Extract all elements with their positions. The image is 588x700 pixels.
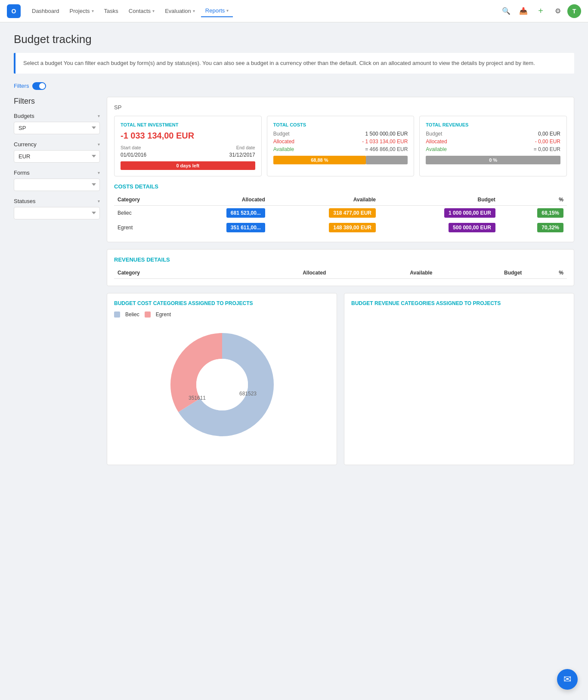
cell-budget: 1 000 000,00 EUR — [379, 205, 499, 220]
nav-logo[interactable]: O — [7, 4, 21, 18]
budget-section: SP TOTAL NET INVESTMENT -1 033 134,00 EU… — [107, 97, 574, 242]
revenues-allocated-row: Allocated - 0,00 EUR — [426, 139, 560, 145]
card-date-values: 01/01/2016 31/12/2017 — [121, 152, 255, 158]
filter-currency-label[interactable]: Currency ▾ — [14, 141, 100, 148]
chevron-down-icon: ▾ — [92, 9, 94, 13]
card-total-net-investment: TOTAL NET INVESTMENT -1 033 134,00 EUR S… — [114, 116, 262, 176]
cell-allocated[interactable]: 681 523,00... — [174, 205, 269, 220]
cell-available: 148 389,00 EUR — [269, 220, 379, 235]
table-row[interactable]: Egrent 351 611,00... 148 389,00 EUR 500 … — [114, 220, 567, 235]
filters-toggle: Filters — [14, 82, 574, 90]
col-allocated: Allocated — [174, 194, 269, 206]
revenues-progress: 0 % — [426, 156, 560, 164]
rev-col-category: Category — [114, 267, 220, 279]
col-available: Available — [269, 194, 379, 206]
nav-item-contacts[interactable]: Contacts ▾ — [124, 5, 159, 17]
chevron-down-icon: ▾ — [98, 170, 100, 175]
revenues-table: Category Allocated Available Budget % — [114, 267, 567, 279]
summary-cards: TOTAL NET INVESTMENT -1 033 134,00 EUR S… — [114, 116, 567, 176]
budget-section-label: SP — [114, 104, 567, 111]
filters-toggle-switch[interactable] — [32, 82, 46, 90]
cell-budget: 500 000,00 EUR — [379, 220, 499, 235]
inbox-button[interactable]: 📥 — [516, 3, 531, 19]
chart-legend: Beliec Egrent — [114, 311, 330, 318]
cell-category: Egrent — [114, 220, 174, 235]
col-budget: Budget — [379, 194, 499, 206]
revenues-available-row: Available = 0,00 EUR — [426, 146, 560, 152]
card-dates: Start date End date — [121, 145, 255, 150]
col-category: Category — [114, 194, 174, 206]
cell-category: Beliec — [114, 205, 174, 220]
costs-details-title: COSTS DETAILS — [114, 183, 567, 190]
donut-label-egrent: 351611 — [188, 395, 205, 401]
costs-chart-title: BUDGET COST CATEGORIES ASSIGNED TO PROJE… — [114, 300, 330, 306]
card-costs-title: TOTAL COSTS — [273, 122, 408, 127]
costs-available-row: Available = 466 866,00 EUR — [273, 146, 408, 152]
filters-toggle-label[interactable]: Filters — [14, 83, 29, 89]
sidebar-title: Filters — [14, 97, 100, 106]
nav-item-tasks[interactable]: Tasks — [100, 5, 123, 17]
forms-select[interactable] — [14, 179, 100, 191]
card-net-investment-amount: -1 033 134,00 EUR — [121, 131, 255, 141]
filter-statuses: Statuses ▾ — [14, 198, 100, 219]
card-total-revenues: TOTAL REVENUES Budget 0,00 EUR Allocated… — [419, 116, 567, 176]
revenues-title: REVENUES DETAILS — [114, 256, 567, 263]
page-title: Budget tracking — [14, 33, 574, 46]
rev-col-allocated: Allocated — [220, 267, 329, 279]
revenues-budget-row: Budget 0,00 EUR — [426, 131, 560, 137]
costs-allocated-row: Allocated - 1 033 134,00 EUR — [273, 139, 408, 145]
nav-item-evaluation[interactable]: Evaluation ▾ — [161, 5, 199, 17]
settings-button[interactable]: ⚙ — [550, 3, 566, 19]
nav-item-dashboard[interactable]: Dashboard — [28, 5, 64, 17]
add-button[interactable]: + — [533, 3, 548, 19]
statuses-select[interactable] — [14, 207, 100, 219]
cell-allocated[interactable]: 351 611,00... — [174, 220, 269, 235]
filter-forms: Forms ▾ — [14, 170, 100, 191]
nav-item-projects[interactable]: Projects ▾ — [65, 5, 98, 17]
budgets-select[interactable]: SP — [14, 122, 100, 134]
revenues-section: REVENUES DETAILS Category Allocated Avai… — [107, 249, 574, 286]
costs-progress: 68,88 % — [273, 156, 408, 164]
costs-details: COSTS DETAILS Category Allocated Availab… — [114, 183, 567, 235]
chevron-down-icon: ▾ — [98, 142, 100, 147]
card-total-costs: TOTAL COSTS Budget 1 500 000,00 EUR Allo… — [267, 116, 415, 176]
charts-row: BUDGET COST CATEGORIES ASSIGNED TO PROJE… — [107, 293, 574, 465]
navbar: O Dashboard Projects ▾ Tasks Contacts ▾ … — [0, 0, 588, 22]
legend-egrent-dot — [145, 311, 151, 318]
revenues-chart-title: BUDGET REVENUE CATEGORIES ASSIGNED TO PR… — [351, 300, 567, 306]
chevron-down-icon: ▾ — [98, 114, 100, 118]
card-revenues-title: TOTAL REVENUES — [426, 122, 560, 127]
revenues-progress-fill: 0 % — [426, 156, 560, 164]
filter-budgets: Budgets ▾ SP — [14, 113, 100, 134]
legend-beliec-dot — [114, 311, 120, 318]
avatar[interactable]: T — [567, 4, 581, 18]
chevron-down-icon: ▾ — [226, 8, 229, 13]
costs-progress-remaining — [366, 156, 408, 164]
cell-available: 318 477,00 EUR — [269, 205, 379, 220]
nav-item-reports[interactable]: Reports ▾ — [201, 5, 233, 17]
rev-col-available: Available — [329, 267, 436, 279]
legend-beliec-label: Beliec — [125, 311, 139, 318]
costs-budget-row: Budget 1 500 000,00 EUR — [273, 131, 408, 137]
filter-forms-label[interactable]: Forms ▾ — [14, 170, 100, 176]
info-box: Select a budget You can filter each budg… — [14, 53, 574, 74]
content-layout: Filters Budgets ▾ SP Currency ▾ EUR USD — [14, 97, 574, 465]
col-percent: % — [499, 194, 567, 206]
chevron-down-icon: ▾ — [193, 9, 195, 13]
table-row[interactable]: Beliec 681 523,00... 318 477,00 EUR 1 00… — [114, 205, 567, 220]
legend-egrent-label: Egrent — [156, 311, 171, 318]
chevron-down-icon: ▾ — [98, 199, 100, 204]
revenues-chart-card: BUDGET REVENUE CATEGORIES ASSIGNED TO PR… — [344, 293, 574, 465]
sidebar: Filters Budgets ▾ SP Currency ▾ EUR USD — [14, 97, 100, 465]
card-net-investment-title: TOTAL NET INVESTMENT — [121, 122, 255, 127]
filter-budgets-label[interactable]: Budgets ▾ — [14, 113, 100, 119]
filter-statuses-label[interactable]: Statuses ▾ — [14, 198, 100, 204]
main-content: Budget tracking Select a budget You can … — [0, 22, 588, 475]
net-investment-progress-fill: 0 days left — [121, 161, 255, 170]
search-button[interactable]: 🔍 — [498, 3, 514, 19]
currency-select[interactable]: EUR USD GBP — [14, 150, 100, 163]
donut-svg: 351611 681523 — [162, 324, 282, 445]
donut-hole — [196, 359, 248, 410]
net-investment-progress: 0 days left — [121, 161, 255, 170]
cell-percent: 70,32% — [499, 220, 567, 235]
